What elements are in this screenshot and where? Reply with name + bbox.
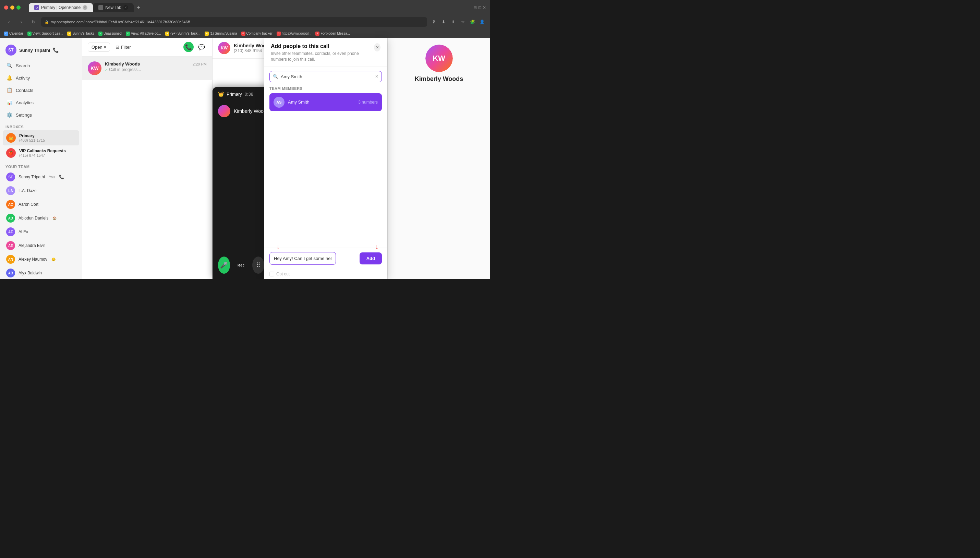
new-tab-favicon xyxy=(98,5,103,10)
inbox-vip-info: VIP Callbacks Requests (415) 874-1547 xyxy=(19,148,66,158)
record-button[interactable]: Rec xyxy=(236,262,247,269)
team-alejandra-avatar: AE xyxy=(6,241,15,250)
contacts-icon: 📋 xyxy=(6,87,12,93)
sidebar-item-settings[interactable]: ⚙️ Settings xyxy=(3,109,79,121)
invite-message-input[interactable] xyxy=(270,252,336,265)
maximize-button[interactable] xyxy=(16,5,21,10)
sidebar-item-analytics[interactable]: 📊 Analytics xyxy=(3,97,79,108)
reload-button[interactable]: ↻ xyxy=(29,17,38,27)
conversation-item[interactable]: KW Kimberly Woods 2:29 PM ↗ Call in prog… xyxy=(82,57,212,80)
profile-icon[interactable]: 👤 xyxy=(478,18,486,26)
sidebar-item-search[interactable]: 🔍 Search xyxy=(3,60,79,71)
add-people-panel: Add people to this call Invite other tea… xyxy=(264,38,387,279)
team-section-title: Your team xyxy=(0,161,82,170)
minimize-button[interactable] xyxy=(10,5,15,10)
phone-icon: 📞 xyxy=(59,175,64,179)
filter-button[interactable]: ⊟ Filter xyxy=(113,43,134,51)
extensions-icon[interactable]: 🧩 xyxy=(468,18,476,26)
bookmark-active[interactable]: V View: All active co... xyxy=(126,31,161,36)
inboxes-section-title: Inboxes xyxy=(0,121,82,130)
contact-large-name: Kimberly Woods xyxy=(415,75,463,83)
sidebar-item-activity[interactable]: 🔔 Activity xyxy=(3,72,79,84)
amy-smith-avatar: AS xyxy=(273,97,285,108)
keypad-button[interactable]: ⠿ xyxy=(252,256,264,274)
bookmark-icon[interactable]: ☆ xyxy=(459,18,467,26)
new-call-button[interactable]: 📞 xyxy=(183,42,194,52)
team-abiodun[interactable]: AD Abiodun Daniels 🏠 xyxy=(3,211,79,225)
team-members-section: Team members AS Amy Smith 3 numbers xyxy=(264,87,387,111)
team-alexey[interactable]: AN Alexey Naumov 😊 xyxy=(3,253,79,266)
amy-smith-count: 3 numbers xyxy=(358,100,378,105)
team-member-amy-smith[interactable]: AS Amy Smith 3 numbers xyxy=(270,93,382,111)
people-search-input[interactable] xyxy=(270,71,382,82)
bookmark-favicon-8: 🎯 xyxy=(241,31,245,36)
conversation-header: Open ▾ ⊟ Filter 📞 💬 xyxy=(82,38,212,57)
team-la-daze[interactable]: LA L.A. Daze xyxy=(3,184,79,197)
sidebar-user: ST Sunny Tripathi 📞 xyxy=(0,42,82,60)
inbox-primary-info: Primary (408) 521-1715 xyxy=(19,133,45,142)
new-tab-close[interactable]: ✕ xyxy=(123,5,128,10)
add-button[interactable]: Add xyxy=(360,253,382,264)
bookmark-favicon-10: F xyxy=(315,31,319,36)
tab-close-button[interactable]: ✕ xyxy=(83,5,87,10)
bookmark-favicon-4: V xyxy=(98,31,103,36)
address-bar[interactable]: 🔒 my.openphone.com/inbox/PNhhaLEcML/c/CN… xyxy=(41,17,427,27)
sidebar-navigation: 🔍 Search 🔔 Activity 📋 Contacts 📊 Analyti… xyxy=(0,60,82,121)
bookmark-favicon-2: V xyxy=(28,31,31,36)
settings-icon: ⚙️ xyxy=(6,112,12,118)
team-la-avatar: LA xyxy=(6,186,15,195)
team-aaron-avatar: AC xyxy=(6,200,15,209)
convo-name-row: Kimberly Woods 2:29 PM xyxy=(105,61,207,67)
new-tab[interactable]: New Tab ✕ xyxy=(93,3,133,12)
call-arrow-icon: ↗ xyxy=(105,68,108,72)
bookmark-sunny-tasks[interactable]: ☀ (9+) Sunny's Task... xyxy=(165,31,201,36)
conversation-list: Open ▾ ⊟ Filter 📞 💬 KW Kimberly Woods 2:… xyxy=(82,38,213,279)
open-filter-button[interactable]: Open ▾ xyxy=(88,43,110,52)
bookmark-tasks[interactable]: ☀ Sunny's Tasks xyxy=(67,31,94,36)
bookmark-support[interactable]: V View: Support Lea... xyxy=(28,31,64,36)
bookmark-unassigned[interactable]: V Unassigned xyxy=(98,31,122,36)
spacer xyxy=(264,111,387,248)
team-sunny[interactable]: ST Sunny Tripathi You 📞 xyxy=(3,170,79,184)
search-container: 🔍 ✕ xyxy=(270,71,382,82)
share-icon[interactable]: ⬆ xyxy=(449,18,457,26)
team-alex-avatar: AE xyxy=(6,227,15,236)
bookmark-company-tracker[interactable]: 🎯 Company tracker xyxy=(241,31,273,36)
tab-label: Primary | OpenPhone xyxy=(41,5,80,10)
download-icon[interactable]: ⬇ xyxy=(439,18,448,26)
sidebar-item-contacts[interactable]: 📋 Contacts xyxy=(3,84,79,96)
active-tab[interactable]: O Primary | OpenPhone ✕ xyxy=(29,3,93,12)
close-button[interactable] xyxy=(4,5,8,10)
forward-button[interactable]: › xyxy=(16,17,26,27)
team-alejandra[interactable]: AE Alejandra Elvir xyxy=(3,239,79,253)
new-message-button[interactable]: 💬 xyxy=(196,42,207,52)
chevron-down-icon: ▾ xyxy=(104,44,106,50)
bookmark-forbidden[interactable]: F Forbidden Messa... xyxy=(315,31,350,36)
add-tab-button[interactable]: + xyxy=(134,3,143,12)
clear-search-button[interactable]: ✕ xyxy=(375,74,378,79)
opt-out-checkbox[interactable] xyxy=(270,272,274,276)
user-avatar: ST xyxy=(5,44,16,56)
team-alex[interactable]: AE Al Ex xyxy=(3,225,79,239)
bookmark-favicon: C xyxy=(4,31,8,36)
close-panel-button[interactable]: ✕ xyxy=(374,43,381,51)
opt-out-label: Opt out xyxy=(276,272,290,276)
activity-icon: 🔔 xyxy=(6,75,12,81)
bookmark-susana[interactable]: ☀ (1) Sunny/Susana xyxy=(205,31,237,36)
team-aaron[interactable]: AC Aaron Cort xyxy=(3,197,79,211)
contact-avatar-large: KW xyxy=(425,44,453,72)
add-people-header: Add people to this call Invite other tea… xyxy=(264,38,387,67)
back-button[interactable]: ‹ xyxy=(4,17,14,27)
inbox-primary[interactable]: 👑 Primary (408) 521-1715 xyxy=(3,130,79,145)
bookmark-google[interactable]: G https://www.googl... xyxy=(276,31,312,36)
sidebar: ST Sunny Tripathi 📞 🔍 Search 🔔 Activity … xyxy=(0,38,82,279)
microphone-icon[interactable]: 🎙 xyxy=(430,18,438,26)
opt-out-row: Opt out xyxy=(264,269,387,279)
arrow-indicator-2: ↓ xyxy=(375,243,378,251)
bookmark-calendar[interactable]: C Calendar xyxy=(4,31,23,36)
add-people-title: Add people to this call xyxy=(271,43,374,49)
inbox-vip[interactable]: 🍎 VIP Callbacks Requests (415) 874-1547 xyxy=(3,145,79,161)
team-alyx[interactable]: AB Alyx Baldwin xyxy=(3,266,79,279)
chat-area: KW Kimberly Woods (310) 848-9154 ✓ ⏱ •••… xyxy=(213,38,387,279)
mute-button[interactable]: 🎤 xyxy=(218,256,230,274)
